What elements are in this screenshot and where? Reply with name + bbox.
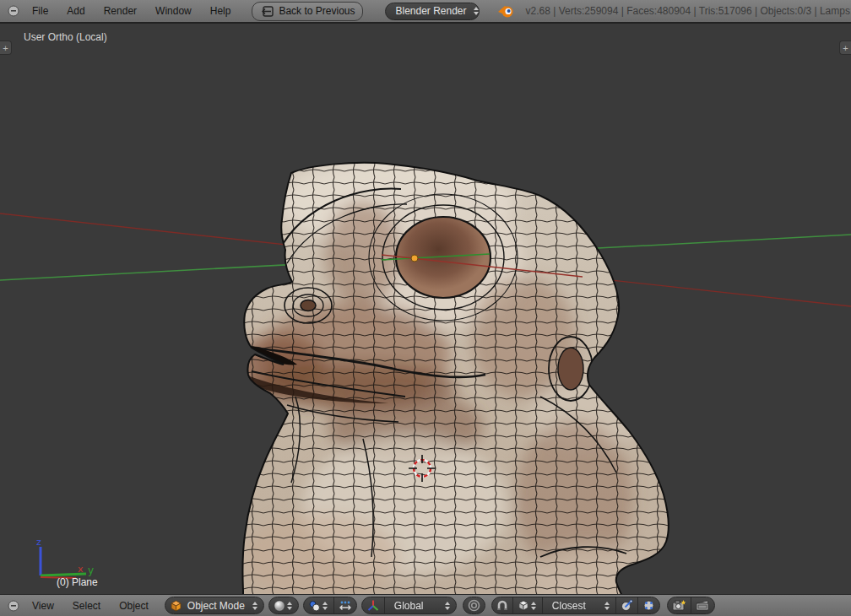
back-to-previous-button[interactable]: Back to Previous xyxy=(252,2,363,21)
opengl-render-camera-icon xyxy=(672,599,686,612)
menu-item-help[interactable]: Help xyxy=(201,5,241,17)
menu-item-select[interactable]: Select xyxy=(63,600,110,612)
dropdown-stepper-icon xyxy=(604,602,610,610)
dropdown-stepper-icon xyxy=(323,602,328,610)
transform-orientation-select[interactable]: Global xyxy=(385,597,456,613)
snap-toggle[interactable] xyxy=(492,597,513,613)
opengl-render-image-button[interactable] xyxy=(668,597,691,613)
axis-x-label: x xyxy=(78,564,84,575)
snap-controls: Closest xyxy=(491,597,660,614)
dropdown-stepper-icon xyxy=(252,602,257,610)
axis-y-label: y xyxy=(88,565,94,576)
3d-viewport[interactable]: User Ortho (Local) + + z x y (0) Plane xyxy=(0,24,851,594)
view-name-label: User Ortho (Local) xyxy=(24,31,107,43)
render-engine-select[interactable]: Blender Render xyxy=(385,3,480,20)
axis-z-label: z xyxy=(36,537,41,548)
snap-magnet-icon xyxy=(496,600,508,612)
viewport-header-bar: View Select Object Object Mode xyxy=(0,594,851,616)
manipulator-toggle[interactable] xyxy=(362,597,385,613)
menu-item-object[interactable]: Object xyxy=(110,600,158,612)
center-points-icon xyxy=(339,600,352,612)
viewport-shading-sphere-icon xyxy=(274,600,285,612)
opengl-render-animation-button[interactable] xyxy=(691,597,714,613)
snap-peel-object-toggle[interactable] xyxy=(638,597,659,613)
transform-manipulator-controls: Global xyxy=(361,597,457,614)
header-collapse-icon[interactable] xyxy=(8,5,19,17)
back-icon xyxy=(260,6,274,17)
viewport-scene xyxy=(0,24,851,594)
menu-item-render[interactable]: Render xyxy=(95,5,146,17)
snap-align-rotation-toggle[interactable] xyxy=(616,597,638,613)
object-mode-cube-icon xyxy=(170,600,182,612)
dropdown-stepper-icon xyxy=(445,602,450,610)
dropdown-stepper-icon xyxy=(531,602,536,610)
menu-item-view[interactable]: View xyxy=(23,600,63,612)
blender-window: File Add Render Window Help Back to Prev… xyxy=(0,0,851,616)
active-object-name: (0) Plane xyxy=(57,576,98,588)
manipulator-axes-icon xyxy=(366,599,380,612)
proportional-editing-icon xyxy=(468,599,480,612)
mesh-statue[interactable] xyxy=(194,152,684,594)
pivot-controls xyxy=(303,597,357,614)
snap-target-select[interactable]: Closest xyxy=(543,597,616,613)
snap-element-select[interactable] xyxy=(513,597,543,613)
menu-item-add[interactable]: Add xyxy=(57,5,94,17)
region-split-widget-left[interactable]: + xyxy=(0,41,12,55)
snap-peel-object-icon xyxy=(642,599,655,612)
dropdown-stepper-icon xyxy=(287,602,292,610)
snap-element-cube-icon xyxy=(518,600,529,611)
pivot-point-icon xyxy=(308,600,321,612)
object-origin-point[interactable] xyxy=(411,255,418,262)
menu-item-window[interactable]: Window xyxy=(146,5,201,17)
dropdown-stepper-icon xyxy=(474,7,479,15)
opengl-render-controls xyxy=(667,597,715,614)
blender-logo-icon xyxy=(496,3,515,19)
scene-statistics: v2.68 | Verts:259094 | Faces:480904 | Tr… xyxy=(525,5,851,17)
proportional-editing-toggle[interactable] xyxy=(463,597,485,614)
manipulate-center-points-toggle[interactable] xyxy=(334,597,356,613)
viewport-shading-select[interactable] xyxy=(268,597,299,614)
snap-align-rotation-icon xyxy=(621,599,633,612)
viewport-header-collapse-icon[interactable] xyxy=(8,600,19,612)
pivot-point-select[interactable] xyxy=(304,597,334,613)
info-header-bar: File Add Render Window Help Back to Prev… xyxy=(0,0,851,24)
mode-select[interactable]: Object Mode xyxy=(165,597,264,614)
opengl-render-clapperboard-icon xyxy=(696,599,710,612)
menu-item-file[interactable]: File xyxy=(23,5,57,17)
region-split-widget-right[interactable]: + xyxy=(839,41,851,55)
